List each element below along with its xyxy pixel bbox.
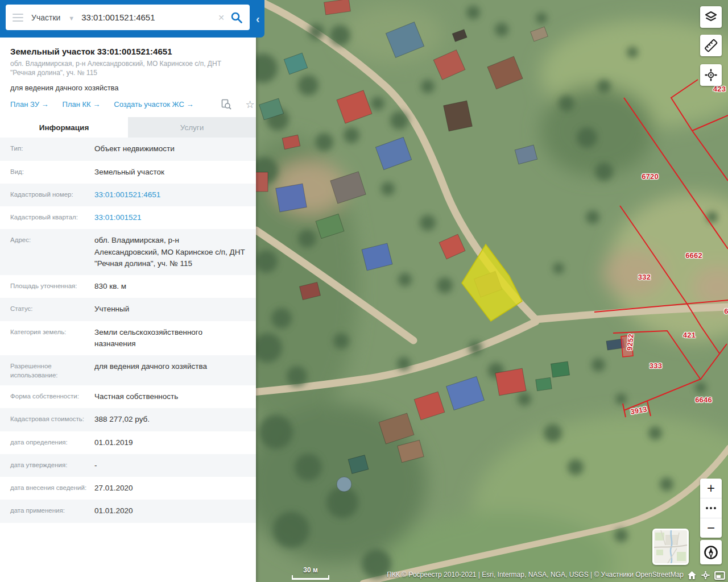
row-label: Площадь уточненная: [10, 281, 94, 291]
row-value: обл. Владимирская, р-н Александровский, … [94, 235, 246, 269]
ruler-icon [703, 38, 719, 53]
zoom-in-button[interactable]: + [700, 479, 722, 498]
info-row-13: дата внесения сведений:27.01.2020 [0, 477, 256, 500]
parcel-label-6720[interactable]: 6720 [642, 172, 659, 181]
row-label: Вид: [10, 167, 94, 177]
dots-icon [706, 507, 716, 509]
panel-tabs: Информация Услуги [0, 117, 256, 138]
locate-object-button[interactable] [700, 64, 722, 86]
info-row-7: Категория земель:Земли сельскохозяйствен… [0, 321, 256, 356]
extent-window-icon[interactable] [714, 571, 725, 580]
row-value: 27.01.2020 [94, 483, 246, 494]
row-value: - [94, 460, 246, 471]
collapse-panel-button[interactable]: ‹ [256, 11, 264, 26]
parcel-label-6646[interactable]: 6646 [695, 396, 712, 404]
row-label: Разрешенное использование: [10, 361, 94, 380]
info-row-1: Вид:Земельный участок [0, 161, 256, 184]
parcel-label-6[interactable]: 6 [724, 307, 728, 315]
menu-hamburger-icon[interactable] [13, 11, 23, 24]
compass-button[interactable] [700, 540, 722, 564]
info-row-14: дата применения:01.01.2020 [0, 500, 256, 522]
row-value: Земельный участок [94, 167, 246, 178]
row-value: 388 277,02 руб. [94, 414, 246, 425]
target-icon [704, 68, 718, 82]
info-rows: Тип:Объект недвижимостиВид:Земельный уча… [0, 138, 256, 522]
create-zhs-link[interactable]: Создать участок ЖС → [114, 100, 193, 109]
info-row-4: Адрес:обл. Владимирская, р-н Александров… [0, 229, 256, 275]
row-label: Кадастровый номер: [10, 189, 94, 199]
row-label: Адрес: [10, 235, 94, 245]
tab-information[interactable]: Информация [0, 117, 128, 138]
tab-services[interactable]: Услуги [128, 117, 256, 138]
row-value: 830 кв. м [94, 281, 246, 292]
scale-bar-line [292, 575, 329, 580]
parcel-label-333[interactable]: 333 [650, 361, 662, 370]
action-links: План ЗУ → План КК → Создать участок ЖС →… [0, 93, 256, 117]
locate-icon[interactable] [701, 571, 710, 580]
layers-button[interactable] [700, 6, 722, 28]
layers-icon [704, 10, 718, 24]
row-label: Категория земель: [10, 327, 94, 337]
map-attribution: ПКК © Росреестр 2010-2021 | Esri, Interm… [387, 571, 684, 579]
row-value: для ведения дачного хозяйства [94, 361, 246, 372]
info-row-9: Форма собственности:Частная собственност… [0, 385, 256, 408]
search-box: Участки ▼ ✕ [6, 5, 250, 30]
info-panel: Земельный участок 33:01:001521:4651 обл.… [0, 0, 256, 582]
row-value: 01.01.2020 [94, 505, 246, 517]
satellite-scene [256, 0, 728, 582]
search-input[interactable] [80, 12, 212, 23]
plan-zu-link[interactable]: План ЗУ → [10, 100, 49, 109]
row-label: дата применения: [10, 505, 94, 516]
search-category-dropdown[interactable]: Участки [31, 13, 60, 22]
home-icon[interactable] [687, 571, 697, 580]
row-label: Кадастровая стоимость: [10, 414, 94, 424]
map-canvas[interactable]: 423672066623324216925233366463913 30 м П… [256, 0, 728, 582]
compass-icon [703, 544, 719, 560]
document-search-icon[interactable] [221, 99, 231, 110]
info-row-11: дата определения:01.01.2019 [0, 431, 256, 454]
search-icon[interactable] [230, 11, 243, 24]
row-label: дата утверждения: [10, 460, 94, 470]
row-value-link[interactable]: 33:01:001521 [94, 212, 246, 223]
minimap-image [654, 530, 687, 563]
row-label: Тип: [10, 143, 94, 153]
row-label: дата определения: [10, 437, 94, 447]
info-row-3: Кадастровый квартал:33:01:001521 [0, 206, 256, 229]
parcel-label-421[interactable]: 421 [683, 331, 696, 339]
parcel-usage-note: для ведения дачного хозяйства [0, 77, 256, 93]
row-value: Объект недвижимости [94, 143, 246, 155]
zoom-options-button[interactable] [700, 498, 722, 518]
row-value: Земли сельскохозяйственного назначения [94, 327, 246, 350]
favorite-star-icon[interactable]: ☆ [245, 100, 254, 109]
info-row-10: Кадастровая стоимость:388 277,02 руб. [0, 408, 256, 431]
parcel-label-332[interactable]: 332 [638, 273, 651, 281]
row-label: Форма собственности: [10, 391, 94, 401]
zoom-control: + − [700, 479, 722, 538]
info-row-0: Тип:Объект недвижимости [0, 138, 256, 160]
row-value: Учтенный [94, 304, 246, 315]
parcel-title: Земельный участок 33:01:001521:4651 [0, 38, 256, 59]
row-label: Статус: [10, 304, 94, 314]
search-header: Участки ▼ ✕ ‹ [0, 0, 264, 38]
parcel-label-9252[interactable]: 9252 [625, 334, 635, 351]
plan-kk-link[interactable]: План КК → [63, 100, 101, 109]
map-scale-bar: 30 м [292, 566, 329, 580]
scale-label: 30 м [292, 566, 329, 574]
zoom-out-button[interactable]: − [700, 518, 722, 538]
parcel-address-subtitle: обл. Владимирская, р-н Александровский, … [0, 59, 256, 77]
info-row-5: Площадь уточненная:830 кв. м [0, 275, 256, 298]
overview-minimap[interactable] [652, 529, 689, 565]
clear-search-icon[interactable]: ✕ [218, 13, 225, 22]
row-value: Частная собственность [94, 391, 246, 402]
info-row-6: Статус:Учтенный [0, 298, 256, 321]
parcel-label-6662[interactable]: 6662 [685, 251, 702, 260]
row-label: дата внесения сведений: [10, 483, 94, 493]
row-label: Кадастровый квартал: [10, 212, 94, 222]
row-value: 01.01.2019 [94, 437, 246, 448]
chevron-down-icon[interactable]: ▼ [68, 15, 75, 22]
row-value-link[interactable]: 33:01:001521:4651 [94, 189, 246, 201]
info-row-2: Кадастровый номер:33:01:001521:4651 [0, 184, 256, 206]
measure-button[interactable] [700, 35, 722, 56]
footer-icons [687, 571, 725, 580]
info-row-12: дата утверждения:- [0, 454, 256, 477]
